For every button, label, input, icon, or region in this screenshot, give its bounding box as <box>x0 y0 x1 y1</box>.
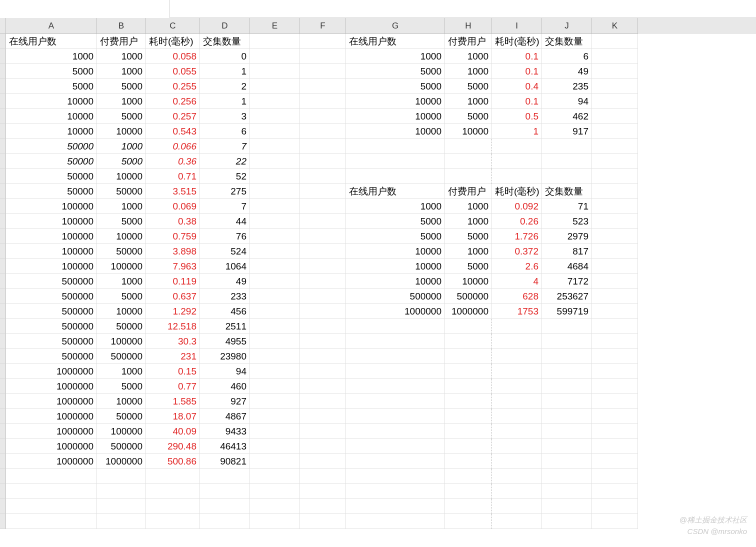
cell-empty[interactable] <box>592 169 638 184</box>
cell-online-users[interactable]: 1000000 <box>6 454 97 469</box>
cell-empty[interactable] <box>592 259 638 274</box>
cell-r-online[interactable]: 5000 <box>346 79 445 94</box>
cell-online-users[interactable]: 1000000 <box>6 409 97 424</box>
cell-r-intersection[interactable]: 交集数量 <box>542 184 592 199</box>
cell-empty[interactable] <box>346 514 445 529</box>
cell-r-intersection[interactable]: 2979 <box>542 229 592 244</box>
cell-empty[interactable] <box>300 349 346 364</box>
cell-empty[interactable] <box>250 379 300 394</box>
header-paid-users[interactable]: 付费用户 <box>97 34 146 49</box>
cell-empty[interactable] <box>346 469 445 484</box>
cell-paid-users[interactable]: 50000 <box>97 409 146 424</box>
select-all-corner[interactable] <box>0 18 6 34</box>
cell-r-intersection[interactable]: 7172 <box>542 274 592 289</box>
cell-empty[interactable] <box>592 349 638 364</box>
cell-empty[interactable] <box>445 424 492 439</box>
cell-time-ms[interactable]: 0.77 <box>146 379 200 394</box>
cell-empty[interactable] <box>492 394 542 409</box>
row-header[interactable] <box>0 169 6 184</box>
cell-empty[interactable] <box>592 199 638 214</box>
cell-empty[interactable] <box>346 319 445 334</box>
header-online-users[interactable]: 在线用户数 <box>6 34 97 49</box>
row-header[interactable] <box>0 274 6 289</box>
cell-empty[interactable] <box>592 319 638 334</box>
cell-r-paid[interactable]: 1000 <box>445 199 492 214</box>
cell-r-intersection[interactable]: 599719 <box>542 304 592 319</box>
cell-time-ms[interactable]: 0.055 <box>146 64 200 79</box>
cell-online-users[interactable]: 500000 <box>6 334 97 349</box>
cell-intersection[interactable]: 0 <box>200 49 250 64</box>
col-header-i[interactable]: I <box>492 18 542 34</box>
cell-empty[interactable] <box>492 454 542 469</box>
col-header-f[interactable]: F <box>300 18 346 34</box>
cell-empty[interactable] <box>445 334 492 349</box>
cell-r-time[interactable]: 1753 <box>492 304 542 319</box>
cell-time-ms[interactable]: 7.963 <box>146 259 200 274</box>
cell-intersection[interactable]: 275 <box>200 184 250 199</box>
row-header[interactable] <box>0 184 6 199</box>
cell-empty[interactable] <box>492 379 542 394</box>
cell-empty[interactable] <box>300 244 346 259</box>
cell-empty[interactable] <box>300 34 346 49</box>
cell-empty[interactable] <box>300 424 346 439</box>
cell-intersection[interactable]: 233 <box>200 289 250 304</box>
col-header-d[interactable]: D <box>200 18 250 34</box>
col-header-a[interactable]: A <box>6 18 97 34</box>
cell-paid-users[interactable]: 100000 <box>97 259 146 274</box>
cell-empty[interactable] <box>346 439 445 454</box>
cell-intersection[interactable]: 2511 <box>200 319 250 334</box>
cell-online-users[interactable]: 50000 <box>6 184 97 199</box>
cell-empty[interactable] <box>445 394 492 409</box>
row-header[interactable] <box>0 109 6 124</box>
cell-empty[interactable] <box>492 514 542 529</box>
cell-empty[interactable] <box>300 214 346 229</box>
cell-empty[interactable] <box>346 364 445 379</box>
cell-empty[interactable] <box>445 349 492 364</box>
cell-empty[interactable] <box>300 169 346 184</box>
cell-empty[interactable] <box>250 334 300 349</box>
cell-r-online[interactable]: 10000 <box>346 94 445 109</box>
cell-paid-users[interactable]: 1000 <box>97 139 146 154</box>
cell-empty[interactable] <box>542 454 592 469</box>
cell-empty[interactable] <box>492 499 542 514</box>
row-header[interactable] <box>0 94 6 109</box>
row-header[interactable] <box>0 364 6 379</box>
cell-empty[interactable] <box>300 229 346 244</box>
cell-empty[interactable] <box>250 244 300 259</box>
cell-empty[interactable] <box>592 109 638 124</box>
cell-empty[interactable] <box>300 139 346 154</box>
cell-empty[interactable] <box>542 319 592 334</box>
cell-empty[interactable] <box>250 259 300 274</box>
cell-empty[interactable] <box>592 139 638 154</box>
cell-empty[interactable] <box>445 139 492 154</box>
row-header[interactable] <box>0 244 6 259</box>
cell-empty[interactable] <box>300 184 346 199</box>
cell-online-users[interactable]: 1000000 <box>6 379 97 394</box>
cell-empty[interactable] <box>542 409 592 424</box>
cell-time-ms[interactable]: 0.543 <box>146 124 200 139</box>
cell-empty[interactable] <box>300 454 346 469</box>
cell-empty[interactable] <box>492 139 542 154</box>
cell-empty[interactable] <box>592 394 638 409</box>
cell-r-paid[interactable]: 1000000 <box>445 304 492 319</box>
cell-empty[interactable] <box>542 469 592 484</box>
cell-empty[interactable] <box>592 184 638 199</box>
cell-empty[interactable] <box>592 499 638 514</box>
cell-online-users[interactable]: 50000 <box>6 139 97 154</box>
cell-r-online[interactable]: 1000000 <box>346 304 445 319</box>
cell-paid-users[interactable]: 1000 <box>97 49 146 64</box>
cell-r-time[interactable]: 0.26 <box>492 214 542 229</box>
cell-empty[interactable] <box>250 304 300 319</box>
cell-empty[interactable] <box>592 439 638 454</box>
cell-r-paid[interactable]: 付费用户 <box>445 34 492 49</box>
cell-r-time[interactable]: 4 <box>492 274 542 289</box>
cell-r-intersection[interactable]: 235 <box>542 79 592 94</box>
cell-paid-users[interactable]: 5000 <box>97 214 146 229</box>
cell-empty[interactable] <box>592 454 638 469</box>
cell-r-intersection[interactable]: 4684 <box>542 259 592 274</box>
row-header[interactable] <box>0 349 6 364</box>
row-header[interactable] <box>0 439 6 454</box>
cell-intersection[interactable]: 7 <box>200 139 250 154</box>
cell-empty[interactable] <box>592 514 638 529</box>
cell-empty[interactable] <box>592 64 638 79</box>
